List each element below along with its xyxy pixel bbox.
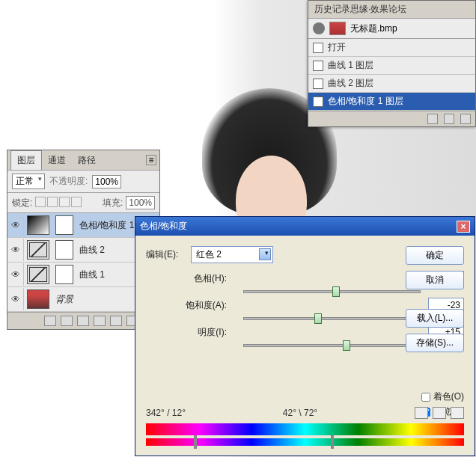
colorize-checkbox[interactable]: 着色(O) [421,390,464,403]
angle-left: 342° / 12° [146,408,186,418]
new-doc-icon[interactable] [444,114,454,124]
brush-icon [313,22,325,34]
dialog-footer: 342° / 12° 42° \ 72° [146,407,464,449]
doc-name: 无标题.bmp [350,22,397,35]
eyedropper-minus-icon[interactable] [451,407,464,419]
hue-slider[interactable] [243,290,421,293]
cancel-button[interactable]: 取消 [406,271,464,289]
visibility-icon[interactable]: 👁 [7,214,24,236]
history-tab[interactable]: 历史记录思缘·效果论坛 [308,1,475,19]
close-button[interactable]: × [457,221,470,233]
save-button[interactable]: 存储(S)... [406,334,464,352]
eyedropper-plus-icon[interactable] [433,407,446,419]
history-doc-row[interactable]: 无标题.bmp [308,19,475,39]
layer-name: 曲线 1 [76,269,105,281]
layer-mask [55,240,73,260]
mask-icon[interactable] [77,316,89,326]
layer-mask [55,265,73,284]
lock-transparent-icon[interactable] [35,197,46,207]
spectrum-bar-bottom[interactable] [146,438,464,446]
ok-button[interactable]: 确定 [406,246,464,265]
new-snapshot-icon[interactable] [427,114,438,124]
visibility-icon[interactable]: 👁 [7,288,24,310]
layer-name: 色相/饱和度 1 [76,219,134,232]
trash-icon[interactable] [460,114,471,124]
history-item-selected[interactable]: 色相/饱和度 1 图层 [308,93,475,111]
folder-icon[interactable] [110,316,122,326]
slider-thumb[interactable] [314,313,322,324]
page-icon [313,61,323,71]
adjustment-icon[interactable] [94,316,106,326]
opacity-label: 不透明度: [49,175,88,188]
layer-mask [55,215,73,235]
edit-select[interactable]: 红色 2 [191,246,273,263]
tab-channels[interactable]: 通道 [42,151,72,170]
layer-thumb [27,215,49,235]
lock-position-icon[interactable] [59,197,70,207]
tab-paths[interactable]: 路径 [72,151,102,170]
fx-icon[interactable] [61,316,73,326]
load-button[interactable]: 载入(L)... [406,309,464,328]
history-item[interactable]: 打开 [308,39,475,57]
saturation-label: 饱和度(A): [183,299,236,312]
tab-layers[interactable]: 图层 [10,150,42,170]
layer-name: 曲线 2 [76,244,105,257]
panel-menu-icon[interactable]: ≡ [146,155,156,165]
fill-value[interactable]: 100% [126,196,155,209]
opacity-value[interactable]: 100% [92,175,121,188]
angle-right: 42° \ 72° [283,408,317,418]
eyedropper-icon[interactable] [415,407,428,419]
saturation-slider[interactable] [243,317,421,320]
lightness-label: 明度(I): [183,326,236,339]
doc-thumbnail [329,22,346,35]
link-icon[interactable] [44,316,56,326]
hue-saturation-dialog: 色相/饱和度 × 编辑(E): 红色 2 色相(H): 0 饱和度(A): -2… [135,216,475,456]
visibility-icon[interactable]: 👁 [7,263,24,286]
lock-all-icon[interactable] [71,197,82,207]
page-icon [313,43,323,53]
eyedropper-group [415,407,464,419]
slider-thumb[interactable] [343,340,350,351]
visibility-icon[interactable]: 👁 [7,239,24,261]
edit-label: 编辑(E): [146,248,191,261]
layer-thumb [27,265,49,284]
lightness-slider[interactable] [243,344,421,347]
colorize-check[interactable] [421,393,430,402]
hue-label: 色相(H): [183,272,236,285]
history-item[interactable]: 曲线 1 图层 [308,57,475,75]
spectrum-bar-top [146,423,464,435]
dialog-buttons: 确定 取消 载入(L)... 存储(S)... [406,246,464,352]
layer-name: 背景 [52,293,73,306]
history-panel: 历史记录思缘·效果论坛 无标题.bmp 打开 曲线 1 图层 曲线 2 图层 色… [308,0,476,127]
history-toolbar [308,111,475,126]
dialog-titlebar[interactable]: 色相/饱和度 × [135,217,475,236]
layer-thumb [27,240,49,260]
slider-thumb[interactable] [332,286,340,297]
history-item[interactable]: 曲线 2 图层 [308,75,475,93]
layer-thumb [27,289,49,309]
layers-lock-row: 锁定: 填充: 100% [7,193,159,213]
lock-label: 锁定: [12,197,32,209]
history-list: 打开 曲线 1 图层 曲线 2 图层 色相/饱和度 1 图层 [308,39,475,111]
layers-panel-head: 图层 通道 路径 ≡ [7,150,159,171]
lock-image-icon[interactable] [47,197,58,207]
blend-mode-select[interactable]: 正常 [12,174,45,189]
page-icon [313,96,323,107]
history-tab-label: 历史记录思缘·效果论坛 [308,1,412,18]
dialog-title: 色相/饱和度 [140,220,187,233]
fill-label: 填充: [103,197,123,209]
layers-controls: 正常 不透明度: 100% [7,171,159,193]
lock-icons [35,197,83,209]
page-icon [313,79,323,89]
